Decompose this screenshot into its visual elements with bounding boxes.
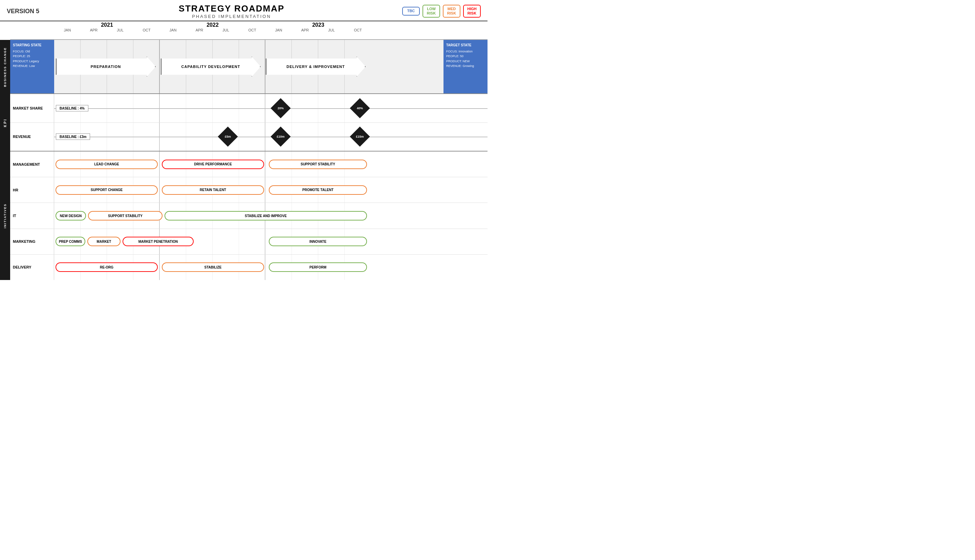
version-label: VERSION 5 — [7, 8, 61, 15]
bar-innovate: INNOVATE — [269, 237, 367, 246]
initiative-hr-row: HR SUPPORT CHANGE RETAIN TALENT — [10, 177, 487, 203]
year-2021: 2021 — [101, 21, 113, 28]
main-title: STRATEGY ROADMAP — [179, 3, 285, 14]
target-product: PRODUCT: NEW — [446, 59, 485, 63]
diamond-5m: £5m — [218, 127, 237, 147]
starting-product: PRODUCT: Legacy — [13, 59, 52, 63]
bar-support-stability-it: SUPPORT STABILITY — [88, 211, 162, 220]
diamond-15m: £15m — [350, 127, 370, 147]
hr-label: HR — [10, 177, 54, 203]
initiative-delivery-row: DELIVERY RE-ORG STABILIZE PE — [10, 255, 487, 280]
year-2023: 2023 — [312, 21, 324, 28]
kpi-revenue-timeline: BASELINE : £3m £5m £10m £15m — [54, 123, 487, 151]
preparation-arrow: PREPARATION — [56, 57, 156, 77]
section-label-business: BUSINESS CHANGE — [0, 40, 10, 94]
management-timeline: LEAD CHANGE DRIVE PERFORMANCE SUPPORT ST… — [54, 152, 487, 177]
month-oct-2022: OCT — [239, 28, 266, 32]
kpi-market-share-row: MARKET SHARE BASELINE : 4% — [10, 94, 487, 123]
management-label: MANAGEMENT — [10, 152, 54, 177]
kpi-market-share-label: MARKET SHARE — [10, 94, 54, 122]
diamond-40pct: 40% — [350, 98, 370, 118]
month-jul-2021: JUL — [107, 28, 134, 32]
legend-tbc: TBC — [402, 7, 420, 15]
legend-high: HIGHRISK — [463, 5, 481, 18]
it-label: IT — [10, 203, 54, 228]
kpi-section: MARKET SHARE BASELINE : 4% — [10, 94, 487, 152]
initiative-marketing-row: MARKETING PREP COMMS MARKET — [10, 229, 487, 255]
bar-stabilize: STABILIZE — [162, 262, 264, 272]
kpi-revenue-label: REVENUE — [10, 123, 54, 151]
starting-state-box: STARTING STATE FOCUS: Old PEOPLE: 25 PRO… — [10, 40, 54, 93]
target-state-title: TARGET STATE — [446, 43, 485, 48]
bar-market-penetration: MARKET PENETRATION — [122, 237, 194, 246]
diamond-20pct: 20% — [271, 98, 291, 118]
initiative-it-row: IT NEW DESIGN SUPPORT STABILITY — [10, 203, 487, 228]
bar-new-design: NEW DESIGN — [55, 211, 86, 220]
phase-delivery: DELIVERY & IMPROVEMENT — [266, 57, 366, 77]
target-focus: FOCUS: Innovation — [446, 49, 485, 54]
capability-arrow: CAPABILITY DEVELOPMENT — [161, 57, 261, 77]
bar-promote-talent: PROMOTE TALENT — [269, 185, 367, 195]
delivery-timeline: RE-ORG STABILIZE PERFORM NOTES Be carefu… — [54, 255, 487, 280]
initiatives-section: MANAGEMENT LEAD CHANGE DRIVE PERFORMANCE — [10, 152, 487, 280]
month-jan-2023: JAN — [266, 28, 292, 32]
business-change-row: STARTING STATE FOCUS: Old PEOPLE: 25 PRO… — [10, 40, 487, 94]
legend-low: LOWRISK — [423, 5, 440, 18]
bar-stabilize-improve: STABILIZE AND IMPROVE — [164, 211, 367, 220]
month-apr-2023: APR — [292, 28, 318, 32]
title-block: STRATEGY ROADMAP PHASED IMPLEMENTATION — [179, 3, 285, 19]
month-oct-2021: OCT — [134, 28, 160, 32]
market-share-baseline: BASELINE : 4% — [56, 105, 89, 111]
delivery-label: DELIVERY — [10, 255, 54, 280]
bar-retain-talent: RETAIN TALENT — [162, 185, 264, 195]
timeline-header: 2021 JAN APR JUL OCT 2022 JAN APR JUL — [10, 21, 487, 40]
month-oct-2023: OCT — [345, 28, 371, 32]
phase-capability: CAPABILITY DEVELOPMENT — [161, 57, 261, 77]
month-apr-2021: APR — [80, 28, 107, 32]
subtitle: PHASED IMPLEMENTATION — [179, 14, 285, 19]
year-2022: 2022 — [207, 21, 219, 28]
starting-focus: FOCUS: Old — [13, 49, 52, 54]
bar-lead-change: LEAD CHANGE — [55, 160, 158, 169]
bar-support-stability-mgmt: SUPPORT STABILITY — [269, 160, 367, 169]
month-jul-2022: JUL — [212, 28, 239, 32]
starting-state-title: STARTING STATE — [13, 43, 52, 48]
initiative-management-row: MANAGEMENT LEAD CHANGE DRIVE PERFORMANCE — [10, 152, 487, 177]
phase-preparation: PREPARATION — [56, 57, 156, 77]
hr-timeline: SUPPORT CHANGE RETAIN TALENT PROMOTE TAL… — [54, 177, 487, 203]
bar-reorg: RE-ORG — [55, 262, 158, 272]
diamond-10m: £10m — [271, 127, 291, 147]
delivery-arrow: DELIVERY & IMPROVEMENT — [266, 57, 366, 77]
bar-market: MARKET — [87, 237, 120, 246]
target-state-box: TARGET STATE FOCUS: Innovation PEOPLE: 5… — [443, 40, 487, 93]
bar-perform: PERFORM — [269, 262, 367, 272]
month-jan-2022: JAN — [160, 28, 186, 32]
marketing-timeline: PREP COMMS MARKET MARKET PENETRATION INN… — [54, 229, 487, 254]
month-jan-2021: JAN — [54, 28, 80, 32]
legend: TBC LOWRISK MEDRISK HIGHRISK — [402, 5, 481, 18]
kpi-market-share-timeline: BASELINE : 4% 20% 40% — [54, 94, 487, 122]
starting-people: PEOPLE: 25 — [13, 54, 52, 58]
section-label-kpi: KPI — [0, 94, 10, 152]
target-people: PEOPLE: 50 — [446, 54, 485, 58]
revenue-baseline: BASELINE : £3m — [56, 133, 90, 140]
marketing-label: MARKETING — [10, 229, 54, 254]
bar-prep-comms: PREP COMMS — [55, 237, 85, 246]
section-label-initiatives: INITIATIVES — [0, 152, 10, 280]
target-revenue: REVENUE: Growing — [446, 63, 485, 68]
month-jul-2023: JUL — [318, 28, 345, 32]
kpi-revenue-row: REVENUE BASELINE : £3m — [10, 123, 487, 151]
starting-revenue: REVENUE: Low — [13, 63, 52, 68]
bar-drive-performance: DRIVE PERFORMANCE — [162, 160, 264, 169]
month-apr-2022: APR — [186, 28, 212, 32]
it-timeline: NEW DESIGN SUPPORT STABILITY STABILIZE A… — [54, 203, 487, 228]
bar-support-change: SUPPORT CHANGE — [55, 185, 158, 195]
legend-med: MEDRISK — [443, 5, 460, 18]
header: VERSION 5 STRATEGY ROADMAP PHASED IMPLEM… — [0, 0, 487, 21]
